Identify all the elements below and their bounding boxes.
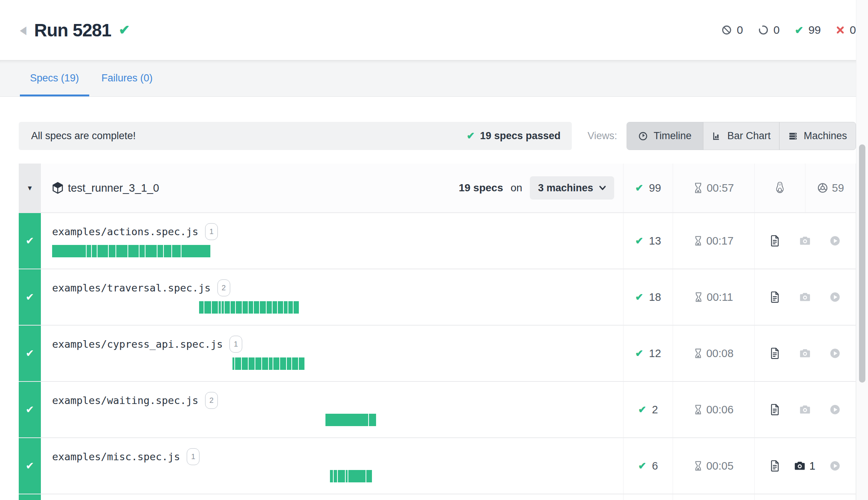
main-content: All specs are complete! ✔ 19 specs passe… [0, 97, 868, 500]
collapse-triangle-icon: ▾ [28, 183, 32, 192]
run-summary: 0 0 ✔ 99 0 [721, 24, 856, 36]
spec-status-passed [19, 494, 41, 500]
spec-timeline-bar [199, 301, 614, 314]
hourglass-icon [694, 292, 703, 302]
video-play-icon [829, 348, 841, 359]
spec-artifacts-cell: 1 [754, 438, 856, 494]
back-button[interactable]: ◀ [20, 24, 26, 36]
spec-passed-cell: ✔ 13 [623, 213, 673, 269]
spec-status-passed: ✔ [19, 213, 41, 269]
check-icon: ✔ [635, 348, 643, 359]
spec-artifacts-cell [754, 269, 856, 325]
group-title-cell: test_runner_3_1_0 19 specs on 3 machines [41, 164, 623, 212]
hourglass-icon [694, 236, 702, 246]
spec-row: ✔ examples/actions.spec.js 1 ✔ 13 00:17 [19, 213, 856, 269]
view-bar-chart-button[interactable]: Bar Chart [703, 122, 780, 150]
scrollbar-thumb[interactable] [859, 144, 865, 383]
spec-passed-cell: ✔ 12 [623, 326, 673, 381]
spec-artifacts-cell [754, 213, 856, 269]
spec-name: examples/waiting.spec.js [52, 395, 198, 406]
spec-artifacts-cell [754, 326, 856, 381]
spec-status-passed: ✔ [19, 438, 41, 494]
machine-group-row: ▾ test_runner_3_1_0 19 specs on 3 machin… [19, 164, 856, 213]
group-passed-cell: ✔ 99 [623, 164, 673, 212]
skipped-icon [721, 25, 732, 35]
hourglass-icon [694, 182, 703, 194]
group-browser-cell: 59 [805, 164, 856, 212]
screenshots-count: 1 [809, 460, 815, 472]
skipped-count: 0 [737, 24, 743, 36]
stdout-log-icon[interactable] [770, 460, 780, 472]
check-icon: ✔ [638, 460, 646, 472]
spec-cell: examples/waiting.spec.js 2 [41, 382, 623, 437]
check-icon: ✔ [635, 182, 643, 194]
stdout-log-icon[interactable] [770, 235, 780, 247]
hourglass-icon [694, 348, 702, 359]
browser-version: 59 [832, 182, 844, 194]
check-icon: ✔ [638, 404, 646, 416]
group-specs-info: 19 specs on 3 machines [459, 176, 614, 200]
machines-icon [788, 131, 798, 141]
summary-pending: 0 [758, 24, 780, 36]
spec-status-passed: ✔ [19, 269, 41, 325]
spec-cell: examples/misc.spec.js 1 [41, 438, 623, 494]
hourglass-icon [694, 404, 702, 415]
status-row: All specs are complete! ✔ 19 specs passe… [19, 122, 856, 150]
status-banner: All specs are complete! ✔ 19 specs passe… [19, 122, 572, 150]
failed-count: 0 [850, 24, 856, 36]
spec-name: examples/actions.spec.js [52, 226, 198, 237]
spec-name: examples/traversal.spec.js [52, 282, 211, 294]
linux-penguin-icon [774, 181, 786, 195]
summary-passed: ✔ 99 [795, 24, 821, 36]
machines-dropdown[interactable]: 3 machines [530, 176, 614, 200]
spec-row: ✔ examples/waiting.spec.js 2 ✔ 2 00:06 [19, 382, 856, 438]
collapse-toggle[interactable]: ▾ [19, 164, 41, 212]
check-icon: ✔ [635, 291, 643, 303]
passed-check-icon: ✔ [795, 24, 803, 36]
spec-row: ✔ examples/cypress_api.spec.js 1 ✔ 12 00… [19, 326, 856, 382]
spec-duration-cell: 00:06 [673, 382, 754, 437]
stdout-log-icon[interactable] [770, 347, 780, 359]
machine-badge: 2 [217, 279, 230, 296]
video-play-icon [829, 404, 841, 415]
page-title: Run 5281 [34, 20, 111, 41]
spec-artifacts-cell [754, 382, 856, 437]
spec-cell: examples/traversal.spec.js 2 [41, 269, 623, 325]
spec-duration-cell: 00:05 [673, 438, 754, 494]
machine-badge: 2 [205, 392, 218, 409]
tab-failures[interactable]: Failures (0) [91, 60, 163, 96]
passed-count: 99 [808, 24, 821, 36]
spec-timeline-bar [330, 470, 614, 482]
group-name: test_runner_3_1_0 [68, 182, 159, 194]
stdout-log-icon[interactable] [770, 291, 780, 303]
view-switcher: Timeline Bar Chart Machines [627, 122, 856, 150]
spec-duration-cell: 00:08 [673, 326, 754, 381]
screenshots-icon [799, 405, 811, 414]
views-label: Views: [588, 130, 617, 142]
spec-status-passed: ✔ [19, 382, 41, 437]
failed-x-icon [836, 26, 845, 35]
check-icon: ✔ [25, 291, 34, 303]
cube-icon [52, 182, 63, 194]
clock-icon [638, 131, 648, 141]
screenshots-icon [799, 348, 811, 358]
spec-passed-cell: ✔ 6 [623, 438, 673, 494]
check-icon: ✔ [25, 460, 34, 472]
check-icon: ✔ [25, 404, 34, 416]
video-play-icon [829, 235, 841, 246]
chrome-icon [817, 182, 828, 194]
view-machines-button[interactable]: Machines [779, 122, 856, 150]
tab-bar: Specs (19) Failures (0) [0, 60, 868, 97]
machine-badge: 1 [229, 336, 242, 353]
scrollbar-track[interactable] [856, 0, 868, 500]
view-timeline-button[interactable]: Timeline [627, 122, 703, 150]
spec-cell: examples/cypress_api.spec.js 1 [41, 326, 623, 381]
specs-count: 19 specs [459, 182, 503, 194]
group-os-cell [754, 164, 805, 212]
tab-specs[interactable]: Specs (19) [20, 60, 89, 96]
stdout-log-icon[interactable] [770, 404, 780, 416]
screenshots-icon[interactable]: 1 [794, 460, 815, 472]
spec-passed-cell: ✔ 18 [623, 269, 673, 325]
screenshots-icon [799, 292, 811, 302]
machine-badge: 1 [205, 223, 218, 240]
